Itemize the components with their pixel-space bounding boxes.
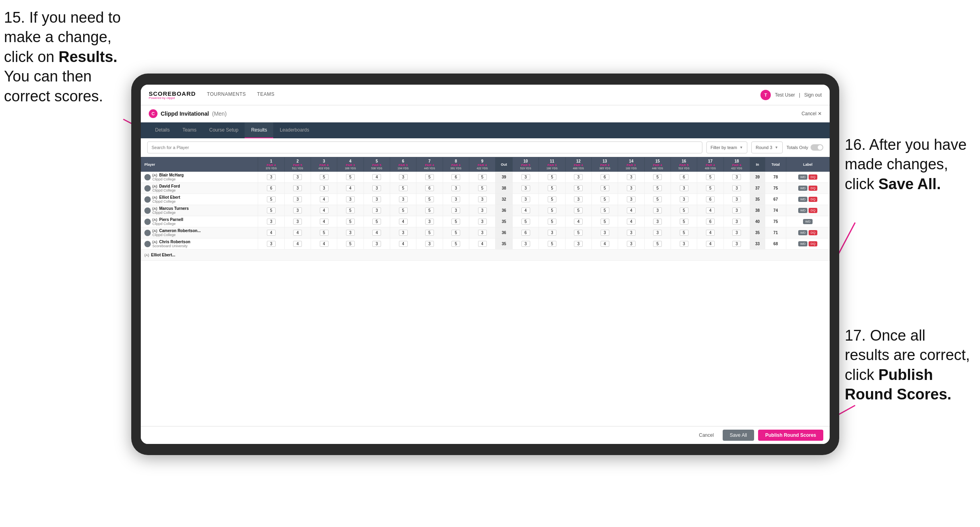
back-hole-15-score[interactable]: [644, 194, 671, 205]
dq-button[interactable]: DQ: [809, 230, 817, 235]
back-hole-14-score[interactable]: [618, 238, 644, 250]
score-input[interactable]: [653, 185, 662, 191]
tab-results[interactable]: Results: [245, 122, 273, 138]
hole-5-score[interactable]: [364, 238, 390, 250]
score-input[interactable]: [267, 219, 276, 225]
hole-9-score[interactable]: [469, 238, 495, 250]
score-input[interactable]: [680, 196, 688, 202]
score-input[interactable]: [399, 207, 408, 213]
score-input[interactable]: [267, 230, 276, 236]
back-hole-17-score[interactable]: [697, 238, 723, 250]
back-hole-12-score[interactable]: [565, 205, 591, 216]
hole-3-score[interactable]: [311, 238, 337, 250]
back-hole-15-score[interactable]: [644, 183, 671, 194]
score-input[interactable]: [706, 185, 715, 191]
back-hole-17-score[interactable]: [697, 216, 723, 227]
back-hole-10-score[interactable]: [512, 238, 539, 250]
score-input[interactable]: [451, 241, 460, 247]
hole-3-score[interactable]: [311, 183, 337, 194]
hole-5-score[interactable]: [364, 205, 390, 216]
score-input[interactable]: [653, 230, 662, 236]
score-input[interactable]: [320, 230, 329, 236]
hole-5-score[interactable]: [364, 172, 390, 183]
hole-1-score[interactable]: [258, 238, 284, 250]
score-input[interactable]: [732, 196, 741, 202]
back-hole-10-score[interactable]: [512, 172, 539, 183]
score-input[interactable]: [601, 219, 609, 225]
score-input[interactable]: [680, 207, 688, 213]
back-hole-13-score[interactable]: [591, 216, 618, 227]
wd-button[interactable]: WD: [798, 186, 807, 191]
score-input[interactable]: [293, 219, 302, 225]
score-input[interactable]: [521, 207, 530, 213]
score-input[interactable]: [425, 230, 434, 236]
dq-button[interactable]: DQ: [809, 241, 817, 246]
hole-6-score[interactable]: [390, 194, 416, 205]
score-input[interactable]: [478, 241, 487, 247]
hole-6-score[interactable]: [390, 183, 416, 194]
score-input[interactable]: [478, 196, 487, 202]
tab-course-setup[interactable]: Course Setup: [203, 122, 245, 138]
hole-7-score[interactable]: [416, 227, 443, 238]
wd-button[interactable]: WD: [798, 208, 807, 213]
hole-5-score[interactable]: [364, 227, 390, 238]
score-input[interactable]: [346, 185, 355, 191]
score-input[interactable]: [267, 196, 276, 202]
hole-1-score[interactable]: [258, 194, 284, 205]
hole-7-score[interactable]: [416, 238, 443, 250]
score-input[interactable]: [627, 185, 636, 191]
back-hole-14-score[interactable]: [618, 172, 644, 183]
hole-1-score[interactable]: [258, 183, 284, 194]
score-input[interactable]: [627, 241, 636, 247]
hole-4-score[interactable]: [337, 205, 364, 216]
hole-2-score[interactable]: [284, 172, 311, 183]
score-input[interactable]: [601, 230, 609, 236]
score-input[interactable]: [574, 241, 583, 247]
score-input[interactable]: [451, 230, 460, 236]
nav-teams[interactable]: TEAMS: [257, 91, 274, 98]
score-input[interactable]: [706, 219, 715, 225]
back-hole-16-score[interactable]: [671, 183, 697, 194]
back-hole-11-score[interactable]: [539, 194, 565, 205]
score-input[interactable]: [706, 207, 715, 213]
score-input[interactable]: [706, 174, 715, 180]
back-hole-18-score[interactable]: [723, 183, 750, 194]
score-input[interactable]: [293, 174, 302, 180]
back-hole-18-score[interactable]: [723, 216, 750, 227]
score-input[interactable]: [653, 174, 662, 180]
score-input[interactable]: [521, 174, 530, 180]
hole-3-score[interactable]: [311, 216, 337, 227]
hole-7-score[interactable]: [416, 205, 443, 216]
hole-2-score[interactable]: [284, 194, 311, 205]
score-input[interactable]: [732, 241, 741, 247]
score-input[interactable]: [293, 207, 302, 213]
back-hole-15-score[interactable]: [644, 205, 671, 216]
hole-6-score[interactable]: [390, 227, 416, 238]
back-hole-16-score[interactable]: [671, 227, 697, 238]
score-input[interactable]: [521, 230, 530, 236]
hole-9-score[interactable]: [469, 183, 495, 194]
score-input[interactable]: [346, 196, 355, 202]
hole-3-score[interactable]: [311, 172, 337, 183]
back-hole-12-score[interactable]: [565, 194, 591, 205]
score-input[interactable]: [320, 185, 329, 191]
score-input[interactable]: [732, 219, 741, 225]
score-input[interactable]: [548, 241, 556, 247]
back-hole-18-score[interactable]: [723, 238, 750, 250]
back-hole-12-score[interactable]: [565, 227, 591, 238]
score-input[interactable]: [346, 219, 355, 225]
hole-7-score[interactable]: [416, 216, 443, 227]
score-input[interactable]: [548, 174, 556, 180]
score-input[interactable]: [574, 230, 583, 236]
score-input[interactable]: [601, 174, 609, 180]
score-input[interactable]: [706, 230, 715, 236]
wd-button[interactable]: WD: [798, 230, 807, 235]
tab-leaderboards[interactable]: Leaderboards: [273, 122, 315, 138]
score-input[interactable]: [706, 241, 715, 247]
score-input[interactable]: [451, 219, 460, 225]
back-hole-16-score[interactable]: [671, 238, 697, 250]
score-input[interactable]: [680, 185, 688, 191]
toggle-switch[interactable]: [811, 144, 823, 151]
score-input[interactable]: [372, 196, 381, 202]
hole-8-score[interactable]: [443, 238, 469, 250]
